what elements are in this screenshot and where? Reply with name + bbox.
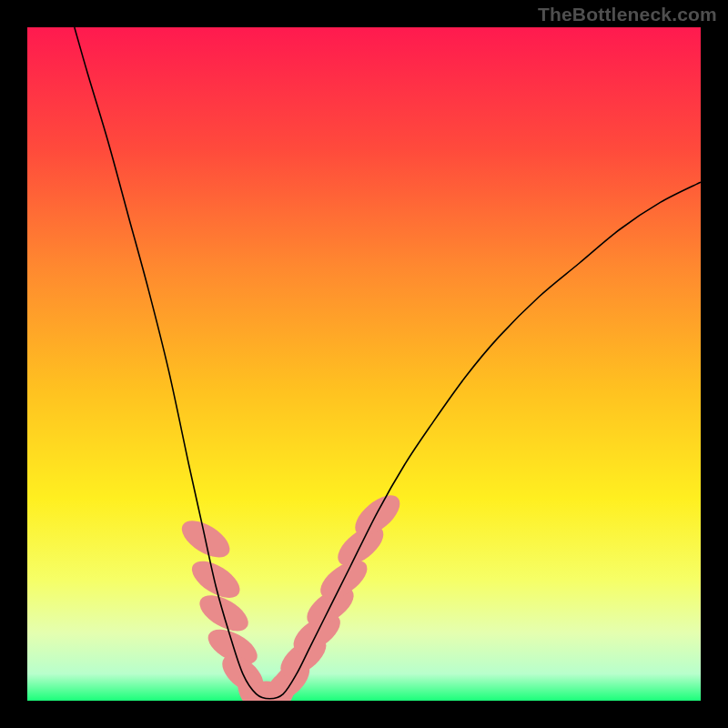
watermark-text: TheBottleneck.com bbox=[538, 4, 717, 25]
chart-background bbox=[27, 27, 701, 701]
chart-canvas bbox=[27, 27, 701, 701]
card-frame: TheBottleneck.com bbox=[0, 0, 728, 728]
bottleneck-chart bbox=[27, 27, 701, 701]
